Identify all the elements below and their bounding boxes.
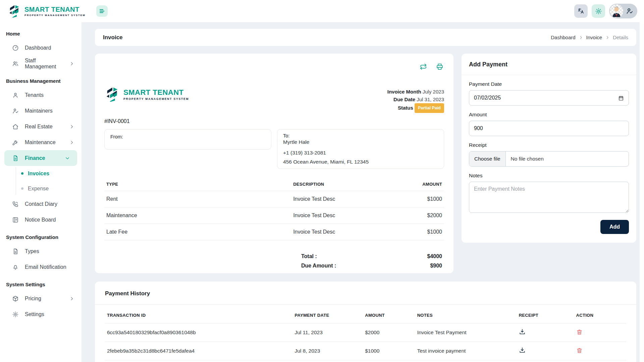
person-icon <box>12 92 19 99</box>
sidebar-subitem-expense[interactable]: Expense <box>0 181 82 196</box>
notice-board-icon <box>12 217 19 223</box>
download-receipt-icon[interactable] <box>519 347 526 354</box>
sidebar-item-tenants[interactable]: Tenants <box>0 87 82 103</box>
add-payment-button[interactable]: Add <box>600 220 629 234</box>
chevron-right-icon <box>579 36 583 40</box>
sidebar-item-types[interactable]: Types <box>0 243 82 259</box>
sidebar-item-real-estate[interactable]: Real Estate <box>0 119 82 134</box>
notes-textarea[interactable] <box>469 182 629 213</box>
sidebar-item-contact-diary[interactable]: Contact Diary <box>0 196 82 212</box>
invoice-item-row: Rent Invoice Test Desc $1000 <box>104 191 444 207</box>
chevron-right-icon <box>69 124 74 129</box>
main-content: Invoice Dashboard Invoice Details <box>82 22 644 362</box>
delete-payment-icon[interactable] <box>576 329 583 335</box>
invoice-item-row: Maintenance Invoice Test Desc $2000 <box>104 207 444 224</box>
chevron-down-icon <box>65 156 70 161</box>
bell-icon <box>12 264 19 270</box>
sidebar-section-syssettings: System Settings <box>0 275 82 291</box>
sidebar-toggle-button[interactable] <box>96 5 108 17</box>
sidebar-section-sysconf: System Configuration <box>0 228 82 243</box>
top-bar: SMART TENANT PROPERTY MANAGEMENT SYSTEM <box>0 0 644 22</box>
gear-icon <box>12 311 19 318</box>
gear-icon <box>595 8 602 15</box>
payment-history-table: TRANSACTION ID PAYMENT DATE AMOUNT NOTES… <box>105 307 626 362</box>
sidebar-item-pricing[interactable]: Pricing <box>0 291 82 306</box>
sidebar: Home Dashboard Staff Management Business… <box>0 22 82 362</box>
payment-history-row: dc2f72ac61283a682fc2c52f388b2a34 Feb 3, … <box>105 360 626 362</box>
chevron-right-icon <box>69 140 74 145</box>
brand-logo: SMART TENANT PROPERTY MANAGEMENT SYSTEM <box>0 4 82 18</box>
sidebar-section-home: Home <box>0 24 82 40</box>
sidebar-item-email-notification[interactable]: Email Notification <box>0 259 82 275</box>
payment-date-input[interactable]: 07/02/2025 <box>469 90 629 106</box>
language-button[interactable] <box>574 4 588 18</box>
sidebar-item-settings[interactable]: Settings <box>0 306 82 322</box>
sidebar-item-staff-management[interactable]: Staff Management <box>0 56 82 71</box>
user-menu[interactable] <box>609 4 637 18</box>
brand-logo-icon <box>8 4 21 18</box>
chevron-right-icon <box>69 61 74 66</box>
breadcrumb: Dashboard Invoice Details <box>551 35 628 40</box>
finance-submenu: Invoices Expense <box>0 166 82 196</box>
add-payment-title: Add Payment <box>469 61 629 75</box>
invoice-from-box: From: <box>104 129 271 149</box>
person-check-icon <box>626 7 633 15</box>
amount-input[interactable] <box>469 121 629 136</box>
page-header-card: Invoice Dashboard Invoice Details <box>95 29 636 46</box>
page-title: Invoice <box>103 34 123 41</box>
wrench-icon <box>12 139 19 146</box>
avatar <box>610 4 623 18</box>
invoice-card: SMART TENANT PROPERTY MANAGEMENT SYSTEM … <box>95 54 453 273</box>
choose-file-button[interactable]: Choose file <box>469 152 506 166</box>
sidebar-item-finance[interactable]: Finance <box>4 150 77 166</box>
print-icon[interactable] <box>436 63 443 70</box>
hamburger-icon <box>99 8 105 14</box>
chevron-right-icon <box>69 296 74 301</box>
dashboard-icon <box>12 45 19 51</box>
breadcrumb-dashboard[interactable]: Dashboard <box>551 35 575 40</box>
brand-tagline: PROPERTY MANAGEMENT SYSTEM <box>24 14 86 17</box>
download-receipt-icon[interactable] <box>519 328 526 335</box>
transaction-id: dc2f72ac61283a682fc2c52f388b2a34 <box>105 360 292 362</box>
receipt-label: Receipt <box>469 142 629 148</box>
amount-label: Amount <box>469 112 629 118</box>
sidebar-subitem-invoices[interactable]: Invoices <box>0 166 82 181</box>
settings-button[interactable] <box>592 4 605 18</box>
add-payment-card: Add Payment Payment Date 07/02/2025 Amou… <box>462 54 636 243</box>
divider <box>95 304 636 305</box>
breadcrumb-invoice[interactable]: Invoice <box>586 35 602 40</box>
chevron-right-icon <box>605 36 609 40</box>
sidebar-section-business: Business Management <box>0 71 82 87</box>
invoice-total-value: $4000 <box>402 253 442 259</box>
invoice-totals: Total : $4000 Due Amount : $900 <box>104 252 444 270</box>
invoice-brand-logo: SMART TENANT PROPERTY MANAGEMENT SYSTEM <box>104 86 186 102</box>
scrollbar-track[interactable] <box>640 22 644 362</box>
sidebar-item-maintainers[interactable]: Maintainers <box>0 103 82 119</box>
status-badge: Partial Paid <box>415 103 444 113</box>
sidebar-item-dashboard[interactable]: Dashboard <box>0 40 82 56</box>
brand-name: SMART TENANT <box>24 6 86 13</box>
receipt-file-input[interactable]: Choose file No file chosen <box>469 151 629 167</box>
recipient-phone: +1 (319) 313-2081 <box>283 150 438 156</box>
bullet-icon <box>21 172 23 175</box>
file-status-text: No file chosen <box>506 152 549 166</box>
recipient-name: Myrtle Hale <box>283 139 438 145</box>
sidebar-item-maintenance[interactable]: Maintenance <box>0 134 82 150</box>
payment-history-card: Payment History TRANSACTION ID PAYMENT D… <box>95 282 636 362</box>
delete-payment-icon[interactable] <box>576 347 583 354</box>
person-check-icon <box>12 108 19 114</box>
invoice-items-table: TYPE DESCRIPTION AMOUNT Rent Invoice Tes… <box>104 178 444 240</box>
sidebar-item-notice-board[interactable]: Notice Board <box>0 212 82 228</box>
no-receipt-dash: - <box>517 360 574 362</box>
breadcrumb-details: Details <box>613 35 628 40</box>
payment-history-title: Payment History <box>105 290 626 304</box>
transaction-id: 2febeb9a35b2c31d8bc6471fe5dafea4 <box>105 342 292 360</box>
home-icon <box>12 123 19 130</box>
transaction-id: 6cc93a540180329bfacf0a890361048b <box>105 323 292 342</box>
invoice-number: #INV-0001 <box>104 118 444 124</box>
payment-history-row: 6cc93a540180329bfacf0a890361048b Jul 11,… <box>105 323 626 342</box>
invoice-to-box: To: Myrtle Hale +1 (319) 313-2081 456 Oc… <box>277 129 444 169</box>
file-text-icon <box>12 155 19 162</box>
calendar-icon[interactable] <box>618 95 624 101</box>
recurring-icon[interactable] <box>420 63 427 70</box>
